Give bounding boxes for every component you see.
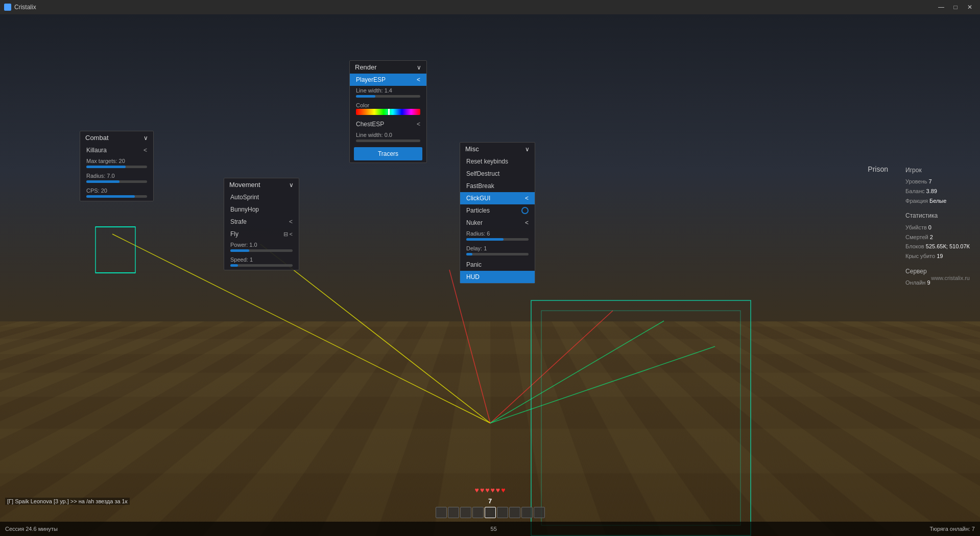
cps-label: CPS: 20 — [80, 186, 153, 194]
chat-line: [Г] Spaik Leonova [3 ур.] >> на /ah звез… — [5, 498, 130, 505]
strafe-item[interactable]: Strafe < — [224, 216, 299, 228]
nuker-radius-slider[interactable] — [460, 237, 535, 244]
clickgui-arrow: < — [525, 195, 529, 202]
player-faction: Фракция Белые — [905, 196, 970, 206]
fly-item[interactable]: Fly ⊟ < — [224, 228, 299, 240]
playeresp-item[interactable]: PlayerESP < — [350, 74, 426, 86]
fastbreak-label: FastBreak — [466, 182, 494, 190]
server-info: Тюряга онлайн: 7 — [929, 526, 975, 532]
prison-label: Prison — [868, 165, 888, 173]
player-level: Уровень 7 — [905, 177, 970, 187]
player-section-title: Игрок — [905, 165, 970, 175]
misc-panel-header[interactable]: Misc ∨ — [460, 143, 535, 155]
hud-item[interactable]: HUD — [460, 271, 535, 283]
strafe-arrow: < — [289, 218, 293, 225]
panic-label: Panic — [466, 261, 482, 268]
strafe-label: Strafe — [230, 218, 247, 225]
fastbreak-item[interactable]: FastBreak — [460, 180, 535, 192]
movement-panel-header[interactable]: Movement ∨ — [224, 178, 299, 191]
stats-section-title: Статистика — [905, 211, 970, 221]
power-label: Power: 1.0 — [224, 240, 299, 248]
titlebar-controls: — □ ✕ — [935, 2, 976, 12]
hearts-row: ♥ ♥ ♥ ♥ ♥ ♥ — [475, 486, 506, 494]
heart-1: ♥ — [475, 486, 479, 494]
nuker-delay-slider[interactable] — [460, 252, 535, 259]
chestesp-linewidth-slider[interactable] — [350, 138, 426, 145]
game-background: Prison Игрок Уровень 7 Баланс 3.89 Фракц… — [0, 14, 980, 536]
hotbar-slot-4 — [472, 507, 484, 518]
stat-blocks: Блоков 525.65К; 510.07К — [905, 242, 970, 251]
color-bar[interactable] — [356, 109, 420, 115]
status-panel: Игрок Уровень 7 Баланс 3.89 Фракция Белы… — [905, 165, 970, 293]
chestesp-item[interactable]: ChestESP < — [350, 118, 426, 130]
playeresp-arrow: < — [417, 76, 420, 83]
hotbar-slot-6 — [497, 507, 508, 518]
self-destruct-item[interactable]: SelfDestruct — [460, 168, 535, 180]
stat-deaths: Смертей 2 — [905, 232, 970, 242]
tracers-button[interactable]: Tracers — [354, 147, 422, 160]
stat-rats: Крыс убито 19 — [905, 251, 970, 261]
killaura-label: Killaura — [86, 147, 107, 154]
nuker-radius-label: Radius: 6 — [460, 229, 535, 237]
close-button[interactable]: ✕ — [964, 2, 976, 12]
nuker-label: Nuker — [466, 219, 483, 226]
playeresp-label: PlayerESP — [356, 76, 386, 83]
heart-3: ♥ — [485, 486, 489, 494]
maximize-button[interactable]: □ — [949, 2, 962, 12]
particles-circle — [521, 207, 529, 214]
panic-item[interactable]: Panic — [460, 259, 535, 271]
svg-rect-8 — [95, 227, 135, 273]
heart-4: ♥ — [491, 486, 495, 494]
radius-label: Radius: 7.0 — [80, 171, 153, 179]
color-indicator — [388, 109, 390, 115]
power-slider[interactable] — [224, 248, 299, 255]
render-label: Render — [355, 63, 377, 71]
playeresp-linewidth-label: Line width: 1.4 — [350, 86, 426, 94]
watermark: www.cristalix.ru — [931, 275, 970, 281]
reset-keybinds-item[interactable]: Reset keybinds — [460, 155, 535, 168]
particles-label: Particles — [466, 207, 490, 214]
cps-slider[interactable] — [80, 194, 153, 201]
level-indicator: 7 — [488, 497, 492, 505]
heart-5: ♥ — [496, 486, 500, 494]
chestesp-linewidth-label: Line width: 0.0 — [350, 130, 426, 138]
autosprint-label: AutoSprint — [230, 194, 259, 201]
fps-counter: 55 — [491, 526, 497, 532]
heart-2: ♥ — [480, 486, 484, 494]
render-panel-header[interactable]: Render ∨ — [350, 61, 426, 74]
minimize-button[interactable]: — — [935, 2, 947, 12]
radius-slider[interactable] — [80, 179, 153, 186]
combat-panel-header[interactable]: Combat ∨ — [80, 131, 153, 144]
speed-label: Speed: 1 — [224, 255, 299, 263]
player-balance: Баланс 3.89 — [905, 187, 970, 196]
bottom-bar: Сессия 24.6 минуты 55 Тюряга онлайн: 7 — [0, 522, 980, 536]
chat-line-text: [Г] Spaik Leonova [3 ур.] >> на /ah звез… — [7, 498, 128, 504]
fly-arrows: ⊟ < — [283, 231, 293, 238]
combat-label: Combat — [85, 134, 109, 142]
particles-item[interactable]: Particles — [460, 204, 535, 217]
max-targets-slider[interactable] — [80, 165, 153, 171]
autosprint-item[interactable]: AutoSprint — [224, 191, 299, 203]
killaura-arrow: < — [144, 147, 147, 154]
hotbar-slot-5 — [485, 507, 496, 518]
fly-label: Fly — [230, 230, 238, 238]
heart-half: ♥ — [501, 486, 505, 494]
hotbar-slot-1 — [436, 507, 447, 518]
clickgui-item[interactable]: ClickGUI < — [460, 192, 535, 204]
killaura-item[interactable]: Killaura < — [80, 144, 153, 156]
stat-kills: Убийств 0 — [905, 223, 970, 232]
hotbar — [436, 507, 545, 518]
titlebar: Cristalix — □ ✕ — [0, 0, 980, 14]
playeresp-linewidth-slider[interactable] — [350, 94, 426, 101]
stats-section: Статистика Убийств 0 Смертей 2 Блоков 52… — [905, 211, 970, 261]
misc-label: Misc — [465, 145, 479, 153]
clickgui-label: ClickGUI — [466, 195, 490, 202]
nuker-delay-label: Delay: 1 — [460, 244, 535, 252]
speed-slider[interactable] — [224, 263, 299, 270]
nuker-item[interactable]: Nuker < — [460, 217, 535, 229]
render-panel: Render ∨ PlayerESP < Line width: 1.4 Col… — [349, 60, 427, 163]
player-section: Игрок Уровень 7 Баланс 3.89 Фракция Белы… — [905, 165, 970, 205]
bunnyhop-item[interactable]: BunnyHop — [224, 203, 299, 216]
hotbar-slot-7 — [509, 507, 520, 518]
app-title: Cristalix — [14, 4, 36, 11]
